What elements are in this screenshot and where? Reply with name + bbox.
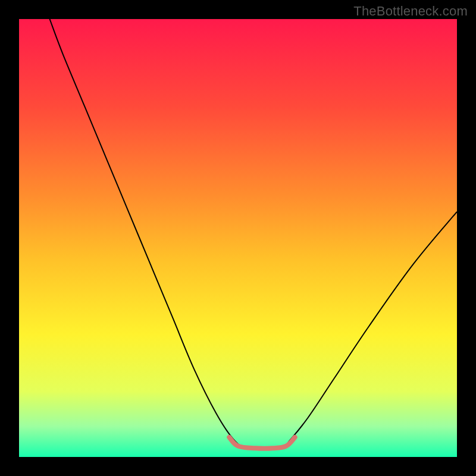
chart-background [19, 19, 457, 457]
plot-area [19, 19, 457, 457]
bottleneck-chart [19, 19, 457, 457]
chart-frame: TheBottleneck.com [0, 0, 476, 476]
watermark-text: TheBottleneck.com [353, 4, 468, 19]
